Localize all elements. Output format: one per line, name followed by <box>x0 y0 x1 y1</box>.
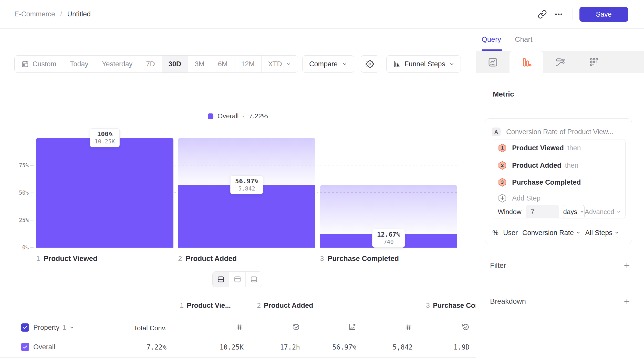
breadcrumb-parent[interactable]: E-Commerce <box>14 10 55 18</box>
measure-type-select[interactable]: Conversion Rate <box>522 229 580 237</box>
row-label-overall[interactable]: Overall <box>33 343 55 351</box>
report-type-insights[interactable] <box>476 51 510 73</box>
save-button[interactable]: Save <box>579 7 628 22</box>
date-range-selector: Custom Today Yesterday 7D 30D 3M 6M 12M … <box>14 55 298 73</box>
view-toggle <box>212 271 262 287</box>
date-range-yesterday[interactable]: Yesterday <box>95 56 139 72</box>
funnel-steps-card: 1 Product Viewed then 2 Product Added th… <box>492 140 626 218</box>
add-step-row[interactable]: Add Step <box>498 192 620 204</box>
date-range-today[interactable]: Today <box>63 56 95 72</box>
filter-label: Filter <box>490 261 506 270</box>
step-event-name: Purchase Completed <box>512 178 581 186</box>
step-number: 2 <box>178 255 182 262</box>
tooltip-count: 740 <box>377 239 400 245</box>
window-value-input[interactable] <box>526 205 559 218</box>
date-range-30d-selected[interactable]: 30D <box>162 56 188 72</box>
header-divider <box>573 9 573 20</box>
link-icon <box>538 10 547 19</box>
y-axis-tick-0: 0% <box>9 245 29 251</box>
chart-type-selector[interactable]: Funnel Steps <box>386 55 461 73</box>
conversion-window-row: Window days Advanced <box>498 205 620 218</box>
plus-icon <box>623 262 631 269</box>
date-range-7d[interactable]: 7D <box>139 56 162 72</box>
view-split-button[interactable] <box>213 272 229 287</box>
calendar-icon <box>21 60 29 68</box>
measure-scope-select[interactable]: All Steps <box>585 229 619 237</box>
funnel-bar-product-viewed[interactable]: 100% 10.25K <box>36 138 173 248</box>
metric-column-time-to-convert[interactable] <box>419 322 476 332</box>
date-range-3m[interactable]: 3M <box>188 56 211 72</box>
group-number: 1 <box>180 302 184 309</box>
compare-button[interactable]: Compare <box>302 55 354 73</box>
chart-legend[interactable]: Overall · 7.22% <box>0 112 476 120</box>
total-conv-header[interactable]: Total Conv. <box>90 323 173 333</box>
table-group-header-step-2[interactable]: 2Product Added <box>257 302 313 310</box>
tab-query[interactable]: Query <box>482 35 501 44</box>
metric-title: Conversion Rate of Product View... <box>506 128 613 136</box>
row-checkbox-overall[interactable] <box>21 343 29 351</box>
top-bar: E-Commerce / Untitled <box>0 0 644 29</box>
property-label: Property <box>33 324 59 332</box>
x-axis-label-step-2: 2Product Added <box>178 255 237 263</box>
active-tab-underline <box>482 49 502 51</box>
measure-entity[interactable]: User <box>503 229 518 237</box>
property-column-header[interactable]: Property 1 <box>33 323 74 332</box>
step-connector: then <box>565 162 579 170</box>
add-filter-button[interactable] <box>623 262 631 269</box>
metric-column-conversion-rate[interactable] <box>306 322 362 332</box>
report-type-retention[interactable] <box>577 51 611 73</box>
chevron-down-icon <box>616 209 621 214</box>
date-range-12m[interactable]: 12M <box>234 56 261 72</box>
step-event-name: Product Added <box>512 162 562 170</box>
hash-icon <box>235 323 244 331</box>
funnel-bar-purchase-completed[interactable]: 12.67% 740 <box>320 138 457 248</box>
table-group-header-step-1[interactable]: 1Product Vie... <box>180 302 231 310</box>
select-all-checkbox[interactable] <box>21 323 29 332</box>
add-breakdown-button[interactable] <box>623 298 631 305</box>
breadcrumb-current[interactable]: Untitled <box>67 10 91 18</box>
step-row-2[interactable]: 2 Product Added then <box>498 159 620 172</box>
metric-column-uniques[interactable] <box>173 322 250 332</box>
bottom-panel-view-icon <box>250 276 258 283</box>
breakdown-section: Breakdown <box>490 297 631 306</box>
view-table-only-button[interactable] <box>245 272 262 287</box>
legend-swatch <box>208 113 213 119</box>
table-group-header-step-3[interactable]: 3Purchase Completed <box>426 302 476 310</box>
measure-row: % User Conversion Rate All Steps <box>492 229 625 237</box>
chart-settings-button[interactable] <box>361 55 379 73</box>
insights-icon <box>488 57 498 67</box>
metric-column-uniques[interactable] <box>362 322 419 332</box>
cell-step2-count: 5,842 <box>362 343 419 352</box>
metric-title-row[interactable]: A Conversion Rate of Product View... <box>492 127 625 136</box>
step-row-3[interactable]: 3 Purchase Completed <box>498 176 620 188</box>
chart-percent-icon <box>348 323 356 331</box>
tooltip-percent: 56.97% <box>235 177 258 185</box>
add-step-label: Add Step <box>512 194 541 202</box>
window-unit-select[interactable]: days <box>563 205 585 218</box>
retention-icon <box>589 57 599 67</box>
group-label: Purchase Completed <box>433 302 476 309</box>
report-type-flows[interactable] <box>543 51 577 73</box>
more-options-button[interactable] <box>550 6 567 23</box>
y-axis-tickmark <box>30 247 34 248</box>
tab-chart[interactable]: Chart <box>515 35 532 44</box>
gear-icon <box>366 60 374 68</box>
cell-step3-time: 1.9D <box>419 343 476 352</box>
chevron-down-icon <box>449 61 454 67</box>
report-type-funnels-active[interactable] <box>510 51 543 73</box>
chevron-down-icon <box>286 61 291 67</box>
chevron-down-icon <box>576 230 580 235</box>
view-chart-only-button[interactable] <box>229 272 245 287</box>
date-range-6m[interactable]: 6M <box>211 56 234 72</box>
cell-step2-rate: 56.97% <box>306 343 362 352</box>
funnel-bar-product-added[interactable]: 56.97% 5,842 <box>178 138 315 248</box>
date-range-xtd[interactable]: XTD <box>261 56 298 72</box>
date-range-custom[interactable]: Custom <box>15 56 63 72</box>
bar-tooltip: 12.67% 740 <box>372 229 405 248</box>
funnel-report-app: E-Commerce / Untitled <box>0 0 644 359</box>
step-hexagon-badge: 2 <box>498 161 507 170</box>
advanced-toggle[interactable]: Advanced <box>585 208 621 216</box>
copy-link-button[interactable] <box>534 6 550 23</box>
metric-column-time-to-convert[interactable] <box>250 322 306 332</box>
step-row-1[interactable]: 1 Product Viewed then <box>498 142 620 154</box>
